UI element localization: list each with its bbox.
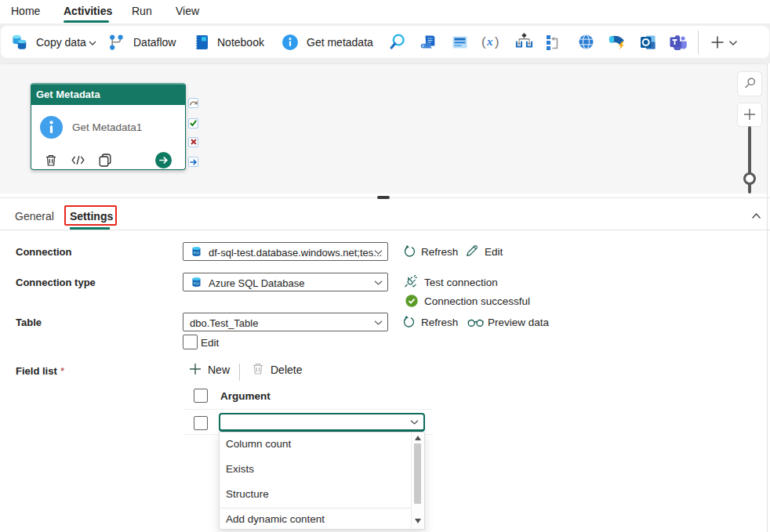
svg-text:SQL: SQL	[193, 281, 200, 285]
svg-text:SQL: SQL	[193, 251, 200, 255]
